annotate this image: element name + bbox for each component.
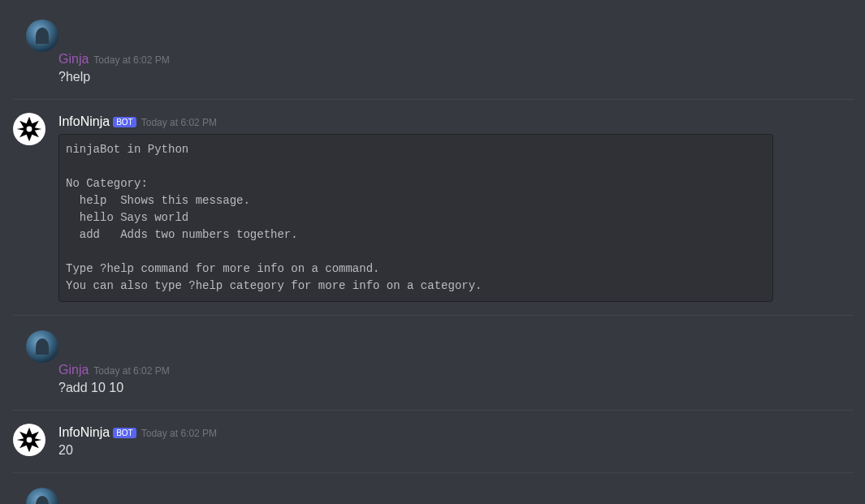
svg-point-0 <box>27 127 32 132</box>
message-divider <box>13 472 854 473</box>
shuriken-icon <box>15 426 43 454</box>
username[interactable]: Ginja <box>58 52 89 67</box>
message-group[interactable]: InfoNinja BOT Today at 6:02 PM ninjaBot … <box>0 111 865 304</box>
message-text: 20 <box>58 442 852 459</box>
message-group[interactable]: Ginja Today at 6:02 PM ?add 10 10 <box>0 327 865 398</box>
timestamp: Today at 6:02 PM <box>93 365 169 377</box>
avatar[interactable] <box>13 113 45 145</box>
message-header: InfoNinja BOT Today at 6:02 PM <box>58 425 852 440</box>
message-header: Ginja Today at 6:02 PM <box>58 363 852 377</box>
avatar[interactable] <box>26 488 58 504</box>
message-divider <box>13 410 854 411</box>
avatar[interactable] <box>13 424 45 456</box>
message-content: InfoNinja BOT Today at 6:02 PM 20 <box>58 424 852 459</box>
message-content: InfoNinja BOT Today at 6:02 PM ninjaBot … <box>58 113 852 302</box>
avatar[interactable] <box>26 330 58 363</box>
bot-tag: BOT <box>113 428 136 438</box>
message-header: InfoNinja BOT Today at 6:02 PM <box>58 114 852 129</box>
timestamp: Today at 6:02 PM <box>141 117 217 128</box>
username[interactable]: InfoNinja <box>58 425 110 440</box>
shuriken-icon <box>15 115 43 143</box>
timestamp: Today at 6:02 PM <box>93 54 169 66</box>
message-text: ?help <box>58 68 852 86</box>
message-content: Ginja Today at 6:02 PM ?add 10 10 <box>58 361 852 397</box>
username[interactable]: Ginja <box>58 363 89 377</box>
timestamp: Today at 6:02 PM <box>141 428 217 439</box>
message-group[interactable]: InfoNinja BOT Today at 6:02 PM 20 <box>0 422 865 461</box>
svg-point-1 <box>27 437 32 443</box>
message-divider <box>13 315 854 316</box>
avatar[interactable] <box>26 19 58 52</box>
message-group[interactable]: Ginja Today at 6:02 PM ?hello <box>0 485 865 504</box>
message-text: ?add 10 10 <box>58 379 852 397</box>
message-divider <box>13 99 854 100</box>
messages-container: Ginja Today at 6:02 PM ?help InfoNinja B… <box>0 0 865 504</box>
username[interactable]: InfoNinja <box>58 114 110 129</box>
bot-tag: BOT <box>113 117 136 127</box>
message-group[interactable]: Ginja Today at 6:02 PM ?help <box>0 16 865 88</box>
message-content: Ginja Today at 6:02 PM ?help <box>58 50 852 86</box>
code-block: ninjaBot in Python No Category: help Sho… <box>58 134 773 302</box>
message-header: Ginja Today at 6:02 PM <box>58 52 852 67</box>
